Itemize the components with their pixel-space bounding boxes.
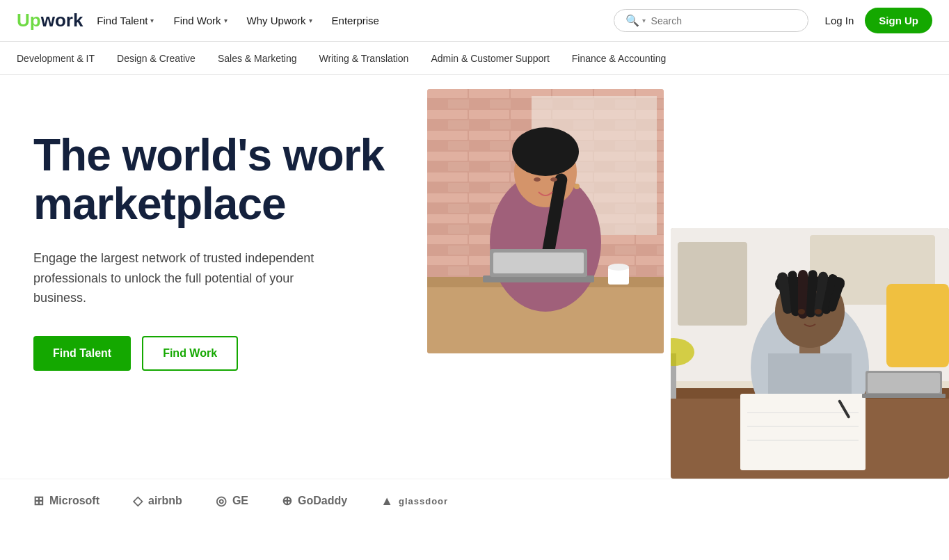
partners-bar: ⊞ Microsoft ◇ airbnb ◎ GE ⊕ GoDaddy ▲ gl… <box>0 479 949 522</box>
microsoft-icon: ⊞ <box>33 493 44 509</box>
chevron-down-icon: ▾ <box>224 17 228 24</box>
svg-point-41 <box>815 309 822 314</box>
hero-subtitle: Engage the largest network of trusted in… <box>33 248 340 308</box>
hero-image-man <box>671 228 949 479</box>
logo-up: Up <box>17 10 41 31</box>
partner-glassdoor: ▲ glassdoor <box>381 494 448 509</box>
hero-buttons: Find Talent Find Work <box>33 336 423 371</box>
hero-find-work-button[interactable]: Find Work <box>142 336 238 371</box>
nav-enterprise[interactable]: Enterprise <box>324 9 388 32</box>
nav-find-talent[interactable]: Find Talent ▾ <box>88 9 162 32</box>
category-sales[interactable]: Sales & Marketing <box>218 50 297 67</box>
search-bar: 🔍 ▾ <box>614 9 808 32</box>
navbar: Upwork Find Talent ▾ Find Work ▾ Why Upw… <box>0 0 949 42</box>
glassdoor-icon: ▲ <box>381 494 393 509</box>
svg-point-14 <box>534 177 541 182</box>
nav-links: Find Talent ▾ Find Work ▾ Why Upwork ▾ E… <box>88 9 607 32</box>
partner-godaddy: ⊕ GoDaddy <box>282 493 347 509</box>
svg-rect-53 <box>862 394 946 398</box>
svg-point-11 <box>512 127 579 176</box>
ge-icon: ◎ <box>216 493 227 509</box>
partner-airbnb: ◇ airbnb <box>133 493 182 509</box>
svg-rect-18 <box>493 253 584 273</box>
svg-rect-46 <box>740 394 866 470</box>
nav-actions: Log In Sign Up <box>825 8 932 33</box>
category-writing[interactable]: Writing & Translation <box>319 50 409 67</box>
svg-rect-23 <box>678 242 747 326</box>
search-chevron-icon: ▾ <box>642 17 646 24</box>
godaddy-icon: ⊕ <box>282 493 292 509</box>
category-finance[interactable]: Finance & Accounting <box>572 50 666 67</box>
hero-find-talent-button[interactable]: Find Talent <box>33 336 131 371</box>
signup-button[interactable]: Sign Up <box>865 8 932 33</box>
search-icon: 🔍 <box>625 14 639 27</box>
hero-images <box>427 75 949 479</box>
category-design[interactable]: Design & Creative <box>117 50 196 67</box>
logo[interactable]: Upwork <box>17 10 83 31</box>
category-admin[interactable]: Admin & Customer Support <box>431 50 549 67</box>
partner-ge: ◎ GE <box>216 493 248 509</box>
chevron-down-icon: ▾ <box>309 17 312 24</box>
search-input[interactable] <box>651 15 797 26</box>
category-bar: Development & IT Design & Creative Sales… <box>0 42 949 75</box>
hero-section: The world's work marketplace Engage the … <box>0 75 949 479</box>
svg-rect-52 <box>868 373 940 393</box>
hero-content: The world's work marketplace Engage the … <box>33 117 423 371</box>
partner-microsoft: ⊞ Microsoft <box>33 493 99 509</box>
airbnb-icon: ◇ <box>133 493 143 509</box>
svg-point-40 <box>798 309 805 314</box>
hero-title: The world's work marketplace <box>33 131 423 229</box>
search-icon-wrap: 🔍 ▾ <box>625 14 646 27</box>
nav-why-upwork[interactable]: Why Upwork ▾ <box>239 9 321 32</box>
svg-rect-25 <box>886 284 949 367</box>
nav-find-work[interactable]: Find Work ▾ <box>165 9 235 32</box>
category-dev-it[interactable]: Development & IT <box>17 50 95 67</box>
chevron-down-icon: ▾ <box>150 17 154 24</box>
hero-image-woman <box>427 89 664 353</box>
login-button[interactable]: Log In <box>825 15 854 26</box>
svg-point-20 <box>608 264 629 271</box>
logo-work: work <box>41 10 83 31</box>
svg-point-15 <box>550 177 557 182</box>
svg-point-13 <box>574 184 580 189</box>
